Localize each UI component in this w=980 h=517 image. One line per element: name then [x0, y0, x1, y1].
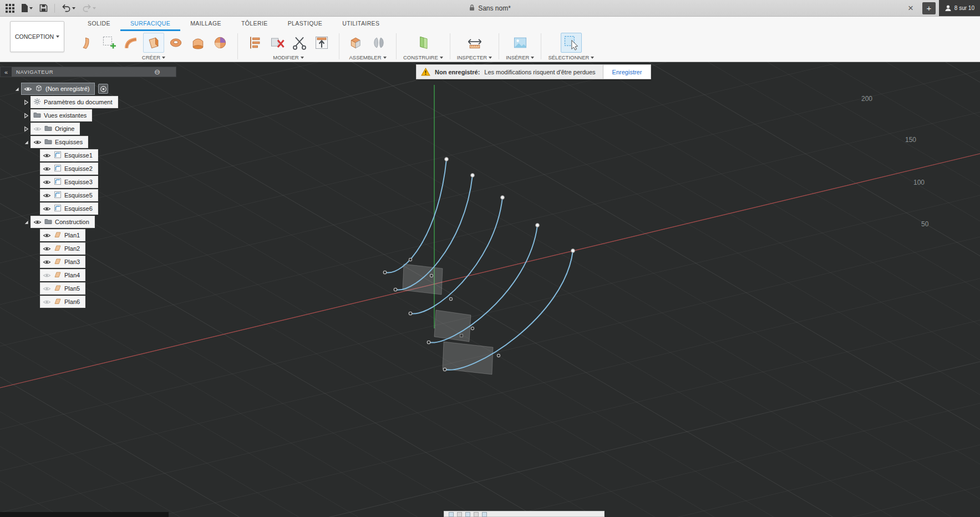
tree-node-chip[interactable]: Plan4	[40, 269, 85, 281]
tab-solide[interactable]: SOLIDE	[78, 17, 120, 31]
tree-item-construction[interactable]: Construction	[0, 215, 176, 229]
tree-node-chip[interactable]: Plan2	[40, 242, 85, 255]
tree-item-plan6[interactable]: Plan6	[0, 295, 176, 308]
tree-item-esquisse5[interactable]: Esquisse5	[0, 189, 176, 202]
tree-node-chip[interactable]: Esquisse2	[40, 163, 98, 175]
collapse-icon[interactable]	[12, 86, 21, 92]
tree-item-plan3[interactable]: Plan3	[0, 255, 176, 268]
tree-item-esquisses[interactable]: Esquisses	[0, 135, 176, 149]
tab-surfacique[interactable]: SURFACIQUE	[120, 17, 180, 31]
save-warning-button[interactable]: Enregistrer	[603, 65, 651, 79]
visibility-eye-icon[interactable]	[43, 299, 51, 305]
close-tab-icon[interactable]: ×	[902, 3, 919, 13]
tree-node-chip[interactable]: Plan6	[40, 296, 85, 308]
group-inserer-label[interactable]: INSÉRER	[506, 53, 534, 62]
timeline-feature-icon[interactable]	[482, 512, 487, 517]
visibility-eye-icon[interactable]	[43, 192, 51, 199]
visibility-eye-icon[interactable]	[43, 232, 51, 239]
tree-node-chip[interactable]: Origine	[31, 123, 80, 135]
tree-item-esquisse6[interactable]: Esquisse6	[0, 202, 176, 215]
visibility-eye-icon[interactable]	[43, 286, 51, 292]
visibility-eye-icon[interactable]	[43, 259, 51, 265]
tree-item-vues-existantes[interactable]: Vues existantes	[0, 109, 176, 122]
timeline-feature-icon[interactable]	[465, 512, 470, 517]
collapse-icon[interactable]	[22, 219, 31, 225]
visibility-eye-icon[interactable]	[24, 86, 32, 92]
create-form-icon[interactable]	[99, 33, 120, 53]
delete-icon[interactable]	[267, 33, 288, 53]
timeline-feature-icon[interactable]	[449, 512, 454, 517]
tree-node-chip[interactable]: Plan5	[40, 282, 85, 295]
user-badge[interactable]: 8 sur 10	[939, 0, 980, 16]
tree-node-chip[interactable]: Construction	[31, 216, 95, 228]
extrude-surface-icon[interactable]	[77, 33, 98, 53]
tree-node-chip[interactable]: Esquisse1	[40, 149, 98, 161]
undo-icon[interactable]	[59, 3, 78, 13]
tree-node-chip[interactable]: Esquisses	[31, 136, 88, 148]
workspace-selector[interactable]: CONCEPTION	[10, 21, 64, 52]
tree-item-plan5[interactable]: Plan5	[0, 282, 176, 295]
visibility-eye-icon[interactable]	[43, 246, 51, 252]
tree-item-esquisse3[interactable]: Esquisse3	[0, 175, 176, 189]
visibility-eye-icon[interactable]	[33, 126, 42, 132]
tree-node-chip[interactable]: (Non enregistré)	[21, 83, 95, 95]
patch-icon[interactable]	[143, 33, 164, 53]
tab-tolerie[interactable]: TÔLERIE	[231, 17, 278, 31]
tree-node-chip[interactable]: Paramètres du document	[31, 96, 118, 108]
tree-item-plan2[interactable]: Plan2	[0, 242, 176, 255]
group-selectionner-label[interactable]: SÉLECTIONNER	[548, 53, 594, 62]
tree-item-plan1[interactable]: Plan1	[0, 229, 176, 242]
tree-item-plan4[interactable]: Plan4	[0, 268, 176, 282]
visibility-eye-icon[interactable]	[43, 153, 51, 159]
activate-document-radio[interactable]	[98, 84, 108, 94]
sphere-icon[interactable]	[210, 33, 231, 53]
redo-icon[interactable]	[80, 3, 98, 13]
tree-item-esquisse2[interactable]: Esquisse2	[0, 162, 176, 175]
tree-node-chip[interactable]: Esquisse5	[40, 189, 98, 201]
tree-node-chip[interactable]: Esquisse6	[40, 202, 98, 215]
navigator-filter-icon[interactable]: ⊖	[154, 68, 160, 75]
construction-plane-icon[interactable]	[413, 33, 434, 53]
tab-plastique[interactable]: PLASTIQUE	[278, 17, 333, 31]
tab-maillage[interactable]: MAILLAGE	[180, 17, 231, 31]
tree-item-param-tres-du-document[interactable]: Paramètres du document	[0, 95, 176, 109]
tree-node-chip[interactable]: Plan1	[40, 229, 85, 241]
expand-icon[interactable]	[22, 99, 31, 105]
tree-node-chip[interactable]: Esquisse3	[40, 176, 98, 188]
timeline-controls[interactable]	[444, 511, 605, 517]
timeline-feature-icon[interactable]	[457, 512, 462, 517]
visibility-eye-icon[interactable]	[43, 272, 51, 278]
tree-item-non-enregistr[interactable]: (Non enregistré)	[0, 82, 176, 95]
visibility-eye-icon[interactable]	[43, 206, 51, 212]
sweep-icon[interactable]	[121, 33, 142, 53]
tree-item-esquisse1[interactable]: Esquisse1	[0, 149, 176, 162]
new-tab-button[interactable]: +	[922, 2, 936, 14]
new-component-icon[interactable]	[346, 33, 367, 53]
insert-image-icon[interactable]	[510, 33, 531, 53]
group-inspecter-label[interactable]: INSPECTER	[457, 53, 492, 62]
select-tool-icon[interactable]	[561, 33, 582, 53]
expand-icon[interactable]	[22, 113, 31, 119]
tree-item-origine[interactable]: Origine	[0, 122, 176, 135]
measure-icon[interactable]	[464, 33, 485, 53]
expand-icon[interactable]	[22, 126, 31, 132]
file-menu-icon[interactable]	[19, 3, 35, 13]
group-modifier-label[interactable]: MODIFIER	[273, 53, 303, 62]
joint-icon[interactable]	[368, 33, 389, 53]
timeline-feature-icon[interactable]	[474, 512, 479, 517]
group-assembler-label[interactable]: ASSEMBLER	[349, 53, 386, 62]
torus-icon[interactable]	[165, 33, 186, 53]
tab-utilitaires[interactable]: UTILITAIRES	[332, 17, 389, 31]
viewport-3d[interactable]: 200 150 100 50 Non enregistré: Les modif…	[0, 62, 980, 517]
collapse-navigator-button[interactable]: «	[1, 67, 12, 77]
collapse-icon[interactable]	[22, 139, 31, 145]
tree-node-chip[interactable]: Plan3	[40, 256, 85, 268]
visibility-eye-icon[interactable]	[33, 139, 42, 145]
app-grid-icon[interactable]	[3, 3, 17, 14]
timeline-bar-left[interactable]	[0, 512, 169, 517]
save-icon[interactable]	[37, 3, 50, 13]
group-creer-label[interactable]: CRÉER	[142, 53, 165, 62]
revolve-icon[interactable]	[187, 33, 209, 53]
tree-node-chip[interactable]: Vues existantes	[31, 109, 92, 121]
visibility-eye-icon[interactable]	[43, 179, 51, 185]
